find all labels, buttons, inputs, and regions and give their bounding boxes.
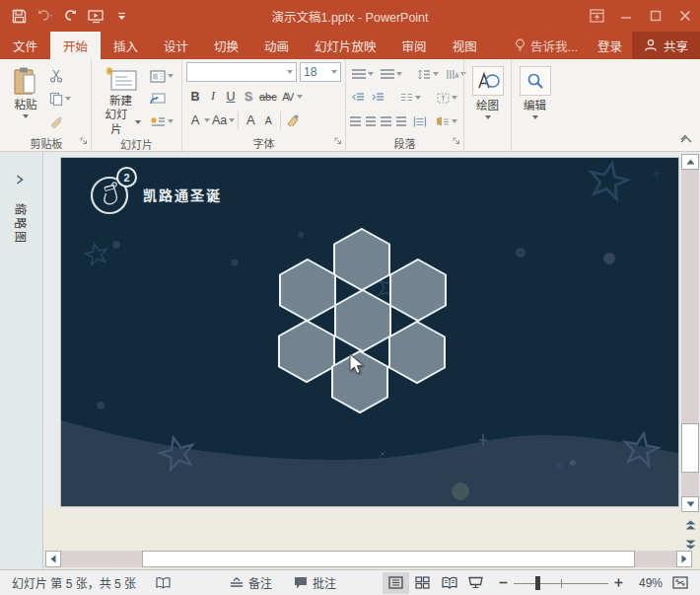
convert-to-smartart-button[interactable] (434, 112, 459, 131)
sign-in-label: 登录 (597, 37, 622, 55)
reading-view-button[interactable] (436, 572, 462, 594)
expand-pane-chevron-icon[interactable] (15, 174, 25, 188)
font-size-combo[interactable]: 18 (300, 62, 341, 82)
clipboard-group: 粘贴 剪贴板 (2, 59, 91, 151)
bullets-button[interactable] (350, 64, 376, 84)
share-button[interactable]: 共享 (632, 32, 700, 59)
scroll-right-button[interactable] (676, 551, 692, 567)
paragraph-dialog-launcher[interactable] (453, 134, 460, 148)
fit-slide-to-window-button[interactable] (666, 570, 694, 595)
animation-order-badge[interactable]: 2 (116, 167, 137, 187)
horizontal-scroll-thumb[interactable] (142, 551, 635, 567)
start-from-beginning-button[interactable] (85, 5, 106, 27)
justify-button[interactable] (396, 116, 407, 126)
bold-button[interactable]: B (186, 86, 204, 107)
hexagon-shape[interactable] (389, 322, 445, 383)
line-spacing-button[interactable] (416, 64, 441, 84)
clear-formatting-button[interactable] (284, 110, 302, 130)
tab-design[interactable]: 设计 (151, 32, 201, 59)
tab-home[interactable]: 开始 (50, 32, 101, 59)
undo-button[interactable] (34, 5, 55, 27)
previous-slide-button[interactable] (685, 519, 696, 533)
shrink-font-button[interactable]: A (259, 110, 277, 130)
tab-slideshow[interactable]: 幻灯片放映 (302, 32, 389, 59)
italic-button[interactable]: I (204, 86, 222, 107)
zoom-out-button[interactable] (489, 570, 510, 595)
close-button[interactable] (670, 0, 700, 32)
reset-button[interactable] (148, 89, 175, 109)
zoom-slider[interactable] (514, 575, 608, 591)
layout-button[interactable] (148, 66, 175, 86)
slide-sorter-view-button[interactable] (409, 572, 436, 594)
increase-indent-button[interactable] (370, 88, 386, 108)
tab-animations[interactable]: 动画 (251, 32, 302, 59)
hexagon-shape[interactable] (280, 260, 335, 321)
cut-button[interactable] (47, 66, 73, 86)
align-left-button[interactable] (350, 116, 361, 126)
vertical-scroll-track[interactable] (681, 170, 699, 496)
vertical-scroll-thumb[interactable] (681, 423, 699, 473)
comments-button[interactable]: 批注 (288, 570, 342, 595)
customize-qat-button[interactable] (110, 5, 132, 27)
text-shadow-button[interactable]: S (240, 86, 257, 107)
font-name-combo[interactable] (186, 62, 297, 82)
tab-review[interactable]: 审阅 (389, 32, 440, 59)
align-center-button[interactable] (366, 116, 377, 126)
scroll-up-button[interactable] (681, 154, 699, 170)
save-button[interactable] (8, 5, 30, 27)
ribbon-display-options-button[interactable] (582, 0, 611, 32)
paste-button[interactable]: 粘贴 (6, 62, 45, 135)
zoom-in-button[interactable] (612, 570, 625, 595)
notes-button[interactable]: 备注 (224, 570, 278, 595)
change-case-button[interactable]: Aa (210, 110, 229, 130)
character-spacing-button[interactable]: AV (279, 86, 297, 107)
columns-button[interactable] (398, 88, 423, 108)
minimize-button[interactable] (611, 0, 641, 32)
sign-in-button[interactable]: 登录 (588, 32, 632, 59)
tab-view[interactable]: 视图 (440, 32, 490, 59)
tab-insert[interactable]: 插入 (101, 32, 151, 59)
slideshow-view-button[interactable] (462, 572, 489, 594)
slide-title-text[interactable]: 凯路通圣诞 (143, 185, 222, 204)
clipboard-dialog-launcher[interactable] (80, 134, 88, 148)
maximize-button[interactable] (641, 0, 670, 32)
editing-button[interactable]: 编辑 (516, 62, 554, 119)
copy-icon (49, 92, 63, 106)
strikethrough-button[interactable]: abc (257, 86, 279, 107)
grow-font-button[interactable]: A (242, 110, 259, 130)
decrease-indent-button[interactable] (350, 88, 367, 108)
align-text-button[interactable] (435, 88, 459, 108)
slide-canvas[interactable]: 2 凯路通圣诞 (61, 158, 678, 506)
scroll-left-button[interactable] (45, 551, 61, 567)
horizontal-scroll-track[interactable] (61, 551, 676, 567)
normal-view-button[interactable] (383, 572, 409, 594)
copy-button[interactable] (47, 89, 73, 109)
tab-file[interactable]: 文件 (0, 32, 50, 59)
zoom-level[interactable]: 49% (627, 576, 663, 590)
numbering-button[interactable] (379, 64, 404, 84)
arrow-down-icon (686, 501, 695, 507)
scroll-down-button[interactable] (681, 496, 699, 512)
horizontal-scrollbar[interactable] (45, 551, 692, 567)
hexagon-shape[interactable] (279, 321, 334, 382)
tell-me-box[interactable]: 告诉我... (505, 32, 588, 59)
format-painter-button[interactable] (47, 112, 73, 131)
align-right-button[interactable] (381, 116, 391, 126)
font-dialog-launcher[interactable] (334, 134, 342, 148)
tab-transitions[interactable]: 切换 (201, 32, 251, 59)
slide-indicator[interactable]: 幻灯片 第 5 张，共 5 张 (6, 570, 142, 595)
hexagon-shape[interactable] (390, 260, 446, 321)
new-slide-button[interactable]: 新建 幻灯片 (96, 62, 146, 136)
hexagon-shape[interactable] (335, 290, 390, 351)
drawing-button[interactable]: 绘图 (468, 62, 507, 119)
font-color-button[interactable]: A (186, 110, 204, 130)
redo-button[interactable] (59, 5, 81, 27)
collapse-ribbon-button[interactable] (680, 132, 692, 146)
section-button[interactable] (148, 112, 175, 131)
proofing-status-button[interactable] (150, 570, 176, 595)
distribute-button[interactable] (411, 112, 429, 131)
zoom-slider-thumb[interactable] (535, 576, 540, 590)
underline-button[interactable]: U (222, 86, 240, 107)
vertical-scrollbar[interactable] (680, 154, 700, 553)
thumbnails-pane-collapsed[interactable]: 缩略图 (0, 152, 43, 569)
